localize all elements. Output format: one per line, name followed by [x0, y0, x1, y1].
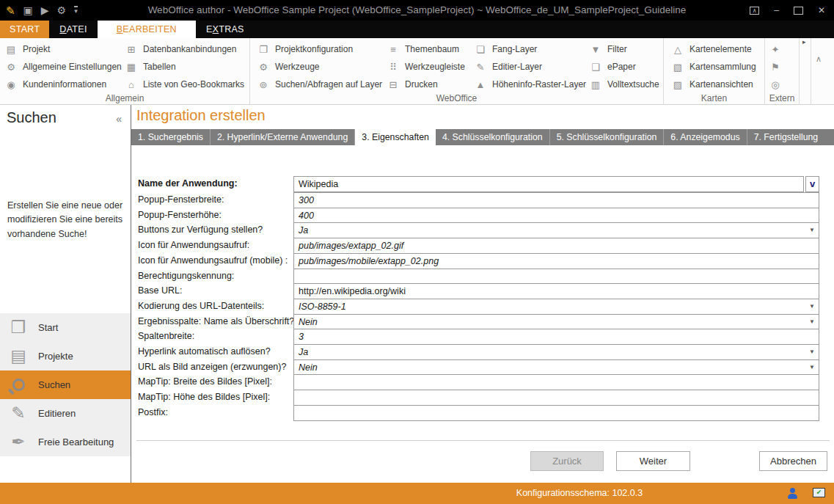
sidebar-item-label: Editieren	[38, 408, 76, 419]
ribbon-button-editier-layer[interactable]: ✎Editier-Layer	[474, 58, 586, 76]
ribbon-button-höheninfo-raster-layer[interactable]: ▲Höheninfo-Raster-Layer	[474, 76, 586, 93]
sidebar-item-start[interactable]: ❒Start	[0, 313, 131, 342]
ribbon-button-filter[interactable]: ▼Filter	[589, 40, 659, 58]
ribbon-column: ❐Projektkonfiguration⚙Werkzeuge⊚Suchen/A…	[257, 40, 382, 93]
sidebar-item-suchen[interactable]: Suchen	[0, 370, 131, 399]
field-label: Kodierung des URL-Datenteils:	[138, 299, 264, 314]
ribbon-button-kundeninformationen[interactable]: ◉Kundeninformationen	[4, 76, 122, 93]
save-icon[interactable]: ▣	[23, 5, 33, 15]
ribbon-tab-extras[interactable]: EXTRAS	[196, 21, 255, 38]
ribbon-button-werkzeugleiste[interactable]: ⠿Werkzeugleiste	[387, 58, 465, 76]
ribbon-group-karten: △Kartenelemente▧Kartensammlung▨Kartenans…	[664, 38, 765, 105]
toolbar-icon: ⠿	[387, 62, 400, 72]
ribbon-tab-datei[interactable]: DATEI	[49, 21, 97, 38]
ribbon-button-projekt[interactable]: ▤Projekt	[4, 40, 122, 58]
chevron-down-icon[interactable]: ▼	[809, 223, 815, 238]
pencil-icon[interactable]: ✎	[6, 5, 15, 16]
ribbon-tab-bearbeiten[interactable]: BEARBEITEN	[98, 21, 196, 38]
ribbon-display-options-icon[interactable]: ∧	[750, 7, 759, 15]
chevron-up-icon[interactable]: ∧	[816, 54, 822, 64]
wizard-tab-4-schlüsselkonfiguration[interactable]: 4. Schlüsselkonfiguration	[436, 129, 550, 145]
chevron-down-icon[interactable]: ▼	[809, 299, 815, 314]
ribbon-button-tabellen[interactable]: ▦Tabellen	[125, 58, 244, 76]
field-input-maptip-höhe-des-bildes-pixel[interactable]	[293, 390, 819, 406]
ribbon-button-location-icon[interactable]: ⚑	[769, 58, 782, 76]
ribbon-button-datenbankanbindungen[interactable]: ⊞Datenbankanbindungen	[125, 40, 244, 58]
ribbon-button-drucken[interactable]: ⊟Drucken	[387, 76, 465, 93]
wizard-tab-2-hyperlink-externe-anwendung[interactable]: 2. Hyperlink/Externe Anwendung	[211, 129, 355, 145]
ribbon-button-allgemeine-einstellungen[interactable]: ⚙Allgemeine Einstellungen	[4, 58, 122, 76]
ribbon-button-label: Editier-Layer	[492, 62, 542, 72]
chevron-down-icon[interactable]: ▼	[809, 315, 815, 329]
field-input-icon-für-anwendungsaufruf[interactable]: pub/images/extapp_02.gif	[293, 238, 819, 254]
wizard-tab-3-eigenschaften[interactable]: 3. Eigenschaften	[355, 129, 436, 145]
close-icon[interactable]: ✕	[818, 6, 825, 15]
window-controls: ∧–✕	[750, 0, 825, 21]
chevron-down-icon[interactable]: ▼	[809, 360, 815, 375]
field-input-popup-fensterbreite[interactable]: 300	[293, 192, 819, 208]
next-button[interactable]: Weiter	[616, 451, 690, 471]
ribbon-button-kartensammlung[interactable]: ▧Kartensammlung	[671, 58, 756, 76]
minimize-icon[interactable]: –	[774, 6, 779, 15]
field-input-kodierung-des-url-datenteils[interactable]: ISO-8859-1▼	[293, 299, 819, 315]
maximize-icon[interactable]	[794, 7, 803, 15]
sidebar-item-projekte[interactable]: ▤Projekte	[0, 342, 131, 370]
back-button[interactable]: Zurück	[530, 451, 604, 471]
field-input-maptip-breite-des-bildes-pixel[interactable]	[293, 374, 819, 390]
sidebar-title: Suchen	[7, 109, 56, 126]
ribbon-button-kartenansichten[interactable]: ▨Kartenansichten	[671, 76, 756, 93]
ribbon-button-epaper[interactable]: ❑ePaper	[589, 58, 659, 76]
field-input-postfix[interactable]	[293, 405, 819, 421]
divider	[136, 440, 830, 441]
ribbon-button-label: Drucken	[405, 79, 438, 90]
ribbon-group-extern: ✦⚑◎Extern	[765, 38, 800, 105]
tools-icon[interactable]: ⚙	[57, 5, 67, 15]
validate-button[interactable]: v	[805, 176, 819, 192]
ribbon-button-liste-von-geo-bookmarks[interactable]: ⌂Liste von Geo-Bookmarks	[125, 76, 244, 93]
status-bar: Konfigurationsschema: 102.0.3 ✔	[0, 483, 834, 504]
ribbon-button-volltextsuche[interactable]: ▥Volltextsuche	[589, 76, 659, 93]
wizard-tab-7-fertigstellung[interactable]: 7. Fertigstellung	[747, 129, 825, 145]
sidebar-description: Erstellen Sie eine neue oder modifiziere…	[7, 199, 125, 241]
field-input-spaltenbreite[interactable]: 3	[293, 329, 819, 345]
wizard-tab-1-suchergebnis[interactable]: 1. Suchergebnis	[131, 129, 211, 145]
cancel-button[interactable]: Abbrechen	[759, 451, 827, 471]
sidebar-item-editieren[interactable]: ✎Editieren	[0, 399, 131, 428]
ribbon-button-suchen-abfragen-auf-layer[interactable]: ⊚Suchen/Abfragen auf Layer	[257, 76, 382, 93]
chevron-right-icon[interactable]: ▸	[802, 38, 806, 45]
field-input-berechtigungskennung[interactable]	[293, 269, 819, 285]
sidebar-item-label: Suchen	[38, 379, 70, 390]
qat-menu-icon[interactable]: ▾	[74, 6, 78, 15]
ribbon-button-pin-icon[interactable]: ✦	[769, 40, 782, 58]
field-input-url-als-bild-anzeigen-erzwungen[interactable]: Nein▼	[293, 359, 819, 376]
field-label: Popup-Fensterbreite:	[138, 192, 224, 208]
wizard-tab-5-schlüsselkonfiguration[interactable]: 5. Schlüsselkonfiguration	[550, 129, 665, 145]
wizard-tab-6-anzeigemodus[interactable]: 6. Anzeigemodus	[664, 129, 747, 145]
search-layer-icon: ⊚	[257, 80, 270, 90]
ribbon-tab-bar: STARTDATEIBEARBEITENEXTRAS	[0, 21, 834, 38]
sidebar-item-freie-bearbeitung[interactable]: ✒Freie Bearbeitung	[0, 428, 131, 456]
field-input-buttons-zur-verfügung-stellen[interactable]: Ja▼	[293, 222, 819, 238]
ribbon-button-kartenelemente[interactable]: △Kartenelemente	[671, 40, 756, 58]
field-input-popup-fensterhöhe[interactable]: 400	[293, 208, 819, 224]
ribbon-button-fang-layer[interactable]: ❏Fang-Layer	[474, 40, 586, 58]
ribbon-button-db-search-icon[interactable]: ◎	[769, 76, 782, 93]
field-input-ergebnisspalte-name-als-überschrift[interactable]: Nein▼	[293, 314, 819, 330]
monitor-icon[interactable]: ✔	[813, 488, 825, 497]
collapse-panel-icon[interactable]: «	[116, 113, 122, 125]
ribbon-tab-start[interactable]: START	[0, 21, 49, 38]
page-title: Integration erstellen	[136, 107, 266, 124]
user-icon[interactable]	[788, 488, 797, 500]
field-input-base-url[interactable]: http://en.wikipedia.org/wiki	[293, 283, 819, 299]
field-input-name-der-anwendung[interactable]: Wikipedia	[293, 176, 804, 192]
main-content: Integration erstellen 1. Suchergebnis2. …	[131, 105, 834, 483]
ribbon-group-label: WebOffice	[250, 93, 663, 103]
ribbon-button-projektkonfiguration[interactable]: ❐Projektkonfiguration	[257, 40, 382, 58]
chevron-down-icon[interactable]: ▼	[809, 345, 815, 359]
field-input-hyperlink-automatisch-auflösen[interactable]: Ja▼	[293, 344, 819, 360]
ribbon-button-werkzeuge[interactable]: ⚙Werkzeuge	[257, 58, 382, 76]
field-input-icon-für-anwendungsaufruf-mobile[interactable]: pub/images/mobile/extapp_02.png	[293, 253, 819, 269]
run-icon[interactable]: ▶	[41, 5, 49, 15]
ribbon-button-themenbaum[interactable]: ≡Themenbaum	[387, 40, 465, 58]
search-icon	[7, 379, 29, 391]
